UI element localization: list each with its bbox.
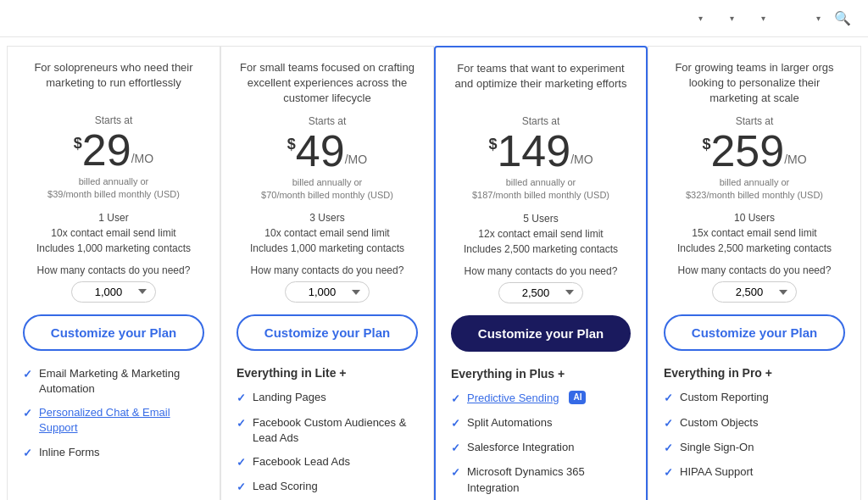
starts-at-label: Starts at — [23, 114, 204, 126]
everything-label: Everything in Pro + — [664, 366, 845, 380]
contacts-label: How many contacts do you need? — [451, 265, 631, 277]
customize-plan-button[interactable]: Customize your Plan — [236, 314, 418, 351]
nav-platform[interactable]: ▾ — [695, 14, 703, 23]
customize-plan-button[interactable]: Customize your Plan — [664, 314, 845, 351]
feature-text: Email Marketing & Marketing Automation — [39, 366, 204, 397]
feature-item: ✓Salesforce Integration — [451, 440, 631, 456]
feature-item: ✓Microsoft Dynamics 365 Integration — [451, 464, 631, 495]
plan-users: 3 Users10x contact email send limitInclu… — [236, 210, 418, 256]
price-dollar: $ — [488, 136, 497, 153]
features-list: ✓Custom Reporting✓Custom Objects✓Single … — [664, 390, 845, 481]
features-list: ✓Predictive SendingAI✓Split Automations✓… — [451, 391, 631, 496]
nav-right: ▾ 🔍 — [813, 10, 851, 26]
contacts-input[interactable]: 1,000 — [71, 281, 156, 303]
everything-label: Everything in Plus + — [451, 367, 631, 381]
price-period: /MO — [345, 153, 367, 166]
feature-text: Custom Objects — [680, 415, 758, 431]
features-list: ✓Email Marketing & Marketing Automation✓… — [23, 366, 204, 461]
starts-at-label: Starts at — [451, 115, 631, 127]
price-display: $ 259 /MO — [664, 129, 845, 173]
feature-text: Custom Reporting — [680, 390, 769, 405]
feature-text: Lead Scoring — [253, 479, 318, 494]
feature-item: ✓Custom Reporting — [664, 390, 845, 406]
feature-text: Facebook Custom Audiences & Lead Ads — [253, 415, 418, 446]
nav-resources[interactable]: ▾ — [758, 14, 765, 23]
plan-description: For growing teams in larger orgs looking… — [664, 60, 845, 107]
check-icon: ✓ — [23, 367, 32, 382]
chevron-down-icon: ▾ — [698, 14, 703, 23]
plan-card-pro: For teams that want to experiment and op… — [434, 46, 648, 500]
billing-info: billed annually or$187/month billed mont… — [451, 176, 631, 203]
nav-links: ▾ ▾ ▾ — [695, 14, 789, 23]
plan-users: 5 Users12x contact email send limitInclu… — [451, 211, 631, 257]
contacts-label: How many contacts do you need? — [236, 264, 418, 276]
check-icon: ✓ — [451, 465, 460, 481]
contacts-input[interactable]: 2,500 — [498, 282, 583, 303]
feature-item: ✓Email Marketing & Marketing Automation — [23, 366, 204, 397]
check-icon: ✓ — [451, 416, 460, 431]
feature-text: Inline Forms — [39, 445, 100, 460]
billing-info: billed annually or$70/month billed month… — [236, 176, 418, 203]
check-icon: ✓ — [23, 406, 32, 421]
lang-selector[interactable]: ▾ — [813, 14, 821, 23]
feature-text: Facebook Lead Ads — [253, 454, 350, 469]
billing-info: billed annually or$323/month billed mont… — [664, 176, 845, 203]
price-display: $ 149 /MO — [451, 129, 631, 173]
customize-plan-button[interactable]: Customize your Plan — [23, 314, 204, 351]
price-period: /MO — [131, 152, 153, 165]
navbar: ▾ ▾ ▾ ▾ 🔍 — [0, 0, 868, 37]
price-period: /MO — [784, 153, 806, 166]
feature-link[interactable]: Personalized Chat & Email Support — [39, 405, 204, 436]
check-icon: ✓ — [236, 391, 246, 406]
price-display: $ 49 /MO — [236, 129, 418, 173]
starts-at-label: Starts at — [236, 115, 418, 127]
check-icon: ✓ — [236, 416, 246, 431]
check-icon: ✓ — [451, 441, 460, 456]
plan-users: 1 User10x contact email send limitInclud… — [23, 210, 204, 256]
check-icon: ✓ — [23, 446, 32, 461]
feature-item: ✓Split Automations — [451, 415, 631, 431]
starts-at-label: Starts at — [664, 115, 845, 127]
contacts-select-wrap: 1,000 — [23, 281, 204, 303]
contacts-select-wrap: 1,000 — [236, 281, 418, 303]
feature-text: Split Automations — [467, 415, 552, 431]
search-button[interactable]: 🔍 — [834, 10, 851, 26]
plan-users: 10 Users15x contact email send limitIncl… — [664, 210, 845, 256]
contacts-input[interactable]: 1,000 — [285, 281, 370, 303]
feature-link[interactable]: Predictive Sending — [467, 391, 559, 406]
feature-item: ✓Inline Forms — [23, 445, 204, 461]
feature-item: ✓Landing Pages — [236, 390, 418, 406]
price-amount: 149 — [497, 129, 570, 173]
nav-solutions[interactable]: ▾ — [726, 14, 734, 23]
check-icon: ✓ — [664, 465, 673, 481]
price-display: $ 29 /MO — [23, 128, 204, 172]
feature-item: ✓Facebook Lead Ads — [236, 454, 418, 470]
feature-item: ✓Lead Scoring — [236, 479, 418, 495]
plan-description: For solopreneurs who need their marketin… — [23, 60, 204, 106]
check-icon: ✓ — [451, 392, 460, 407]
price-dollar: $ — [702, 136, 710, 153]
price-amount: 49 — [296, 129, 345, 173]
contacts-input[interactable]: 2,500 — [712, 281, 797, 303]
feature-item: ✓Personalized Chat & Email Support — [23, 405, 204, 436]
billing-info: billed annually or$39/month billed month… — [23, 175, 204, 202]
feature-text: Landing Pages — [253, 390, 326, 405]
contacts-label: How many contacts do you need? — [664, 264, 845, 276]
check-icon: ✓ — [664, 416, 673, 431]
price-dollar: $ — [74, 135, 82, 153]
chevron-down-icon: ▾ — [816, 14, 821, 23]
features-list: ✓Landing Pages✓Facebook Custom Audiences… — [236, 390, 418, 495]
plan-description: For small teams focused on crafting exce… — [236, 60, 418, 107]
feature-item: ✓Facebook Custom Audiences & Lead Ads — [236, 415, 418, 446]
contacts-select-wrap: 2,500 — [451, 282, 631, 303]
price-amount: 259 — [710, 129, 784, 173]
price-amount: 29 — [82, 128, 131, 172]
plan-card-plus: For small teams focused on crafting exce… — [220, 46, 434, 500]
customize-plan-button[interactable]: Customize your Plan — [451, 315, 631, 352]
feature-item: ✓Predictive SendingAI — [451, 391, 631, 407]
plan-card-lite: For solopreneurs who need their marketin… — [7, 46, 220, 500]
feature-item: ✓Single Sign-On — [664, 440, 845, 456]
pricing-grid: For solopreneurs who need their marketin… — [0, 46, 868, 500]
check-icon: ✓ — [664, 391, 673, 406]
feature-item: ✓Custom Objects — [664, 415, 845, 431]
